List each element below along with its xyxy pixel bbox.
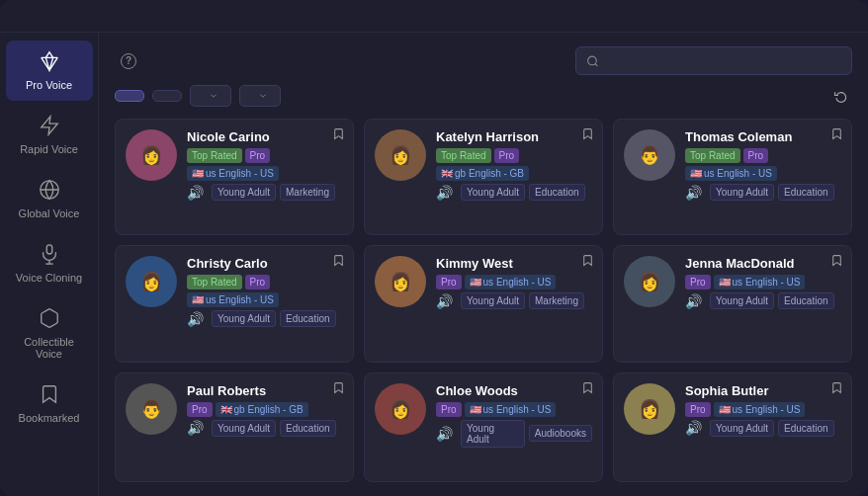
voice-card-header: 👩 Nicole Carino Top RatedPro🇺🇸us English… [126, 129, 343, 201]
top-rated-badge: Top Rated [187, 275, 242, 289]
badges: Pro🇺🇸us English - US [436, 402, 592, 417]
tag-badge: Education [529, 184, 584, 201]
bookmark-button[interactable] [830, 381, 843, 397]
tag-badge: Young Adult [212, 310, 276, 327]
avatar: 👨 [624, 129, 675, 181]
tag-badge: Audiobooks [529, 425, 592, 442]
voice-tags: 🔊 Young AdultEducation [187, 310, 343, 327]
voice-card-header: 👩 Katelyn Harrison Top RatedPro🇬🇧gb Engl… [375, 129, 592, 201]
sidebar-item-pro-voice[interactable]: Pro Voice [6, 41, 93, 101]
voice-card[interactable]: 👩 Katelyn Harrison Top RatedPro🇬🇧gb Engl… [364, 119, 603, 235]
lang-badge: 🇺🇸us English - US [714, 275, 806, 289]
play-icon[interactable]: 🔊 [187, 420, 204, 436]
voice-tags: 🔊 Young AdultEducation [685, 420, 841, 437]
play-icon[interactable]: 🔊 [685, 293, 702, 309]
sidebar-item-label: Global Voice [19, 207, 80, 219]
sidebar-item-global-voice[interactable]: Global Voice [6, 169, 93, 229]
tag-badge: Education [778, 420, 833, 437]
tag-badge: Young Adult [710, 292, 774, 309]
pro-badge: Pro [685, 275, 711, 289]
close-button[interactable] [836, 16, 848, 20]
section-title: ? [115, 53, 136, 69]
lang-badge: 🇺🇸us English - US [685, 166, 777, 181]
voice-info: Chloe Woods Pro🇺🇸us English - US 🔊 Young… [436, 383, 592, 448]
top-rated-badge: Top Rated [187, 148, 242, 163]
voice-card[interactable]: 👩 Kimmy West Pro🇺🇸us English - US 🔊 Youn… [364, 245, 603, 362]
tag-badge: Education [778, 184, 833, 201]
voice-name: Thomas Coleman [685, 129, 841, 144]
voice-card-header: 👩 Christy Carlo Top RatedPro🇺🇸us English… [126, 256, 343, 327]
bookmark-button[interactable] [581, 127, 594, 143]
voice-tags: 🔊 Young AdultEducation [187, 420, 343, 437]
voice-card[interactable]: 👩 Nicole Carino Top RatedPro🇺🇸us English… [115, 119, 354, 235]
play-icon[interactable]: 🔊 [187, 185, 204, 201]
voice-card[interactable]: 👨 Paul Roberts Pro🇬🇧gb English - GB 🔊 Yo… [115, 372, 354, 482]
play-icon[interactable]: 🔊 [436, 426, 453, 442]
sidebar-item-bookmarked[interactable]: Bookmarked [6, 373, 93, 434]
voice-tags: 🔊 Young AdultMarketing [187, 184, 343, 201]
filter-age[interactable] [190, 85, 231, 107]
svg-line-8 [595, 63, 597, 65]
voice-card[interactable]: 👩 Christy Carlo Top RatedPro🇺🇸us English… [115, 245, 354, 362]
tag-badge: Young Adult [212, 184, 276, 201]
sidebar-item-label: Collectible Voice [12, 336, 87, 360]
bookmark-button[interactable] [332, 254, 345, 270]
sidebar-item-collectible-voice[interactable]: Collectible Voice [6, 297, 93, 370]
sidebar-item-voice-cloning[interactable]: Voice Cloning [6, 233, 93, 293]
voice-card[interactable]: 👨 Thomas Coleman Top RatedPro🇺🇸us Englis… [613, 119, 852, 235]
bookmark-button[interactable] [332, 127, 345, 143]
tag-badge: Marketing [529, 292, 584, 309]
chevron-down-icon [258, 91, 268, 101]
pro-badge: Pro [743, 148, 769, 163]
bookmark-button[interactable] [830, 254, 843, 270]
tag-badge: Young Adult [461, 184, 525, 201]
voice-name: Jenna MacDonald [685, 256, 841, 271]
play-icon[interactable]: 🔊 [187, 311, 204, 327]
avatar: 👩 [624, 256, 675, 307]
bookmark-button[interactable] [581, 381, 594, 397]
info-icon[interactable]: ? [121, 53, 136, 69]
voice-name: Sophia Butler [685, 383, 841, 398]
voice-info: Sophia Butler Pro🇺🇸us English - US 🔊 You… [685, 383, 841, 437]
play-icon[interactable]: 🔊 [685, 185, 702, 201]
play-icon[interactable]: 🔊 [436, 185, 453, 201]
avatar: 👩 [126, 256, 177, 307]
bookmark-button[interactable] [581, 254, 594, 270]
badges: Top RatedPro🇺🇸us English - US [685, 148, 841, 181]
pro-badge: Pro [245, 275, 271, 289]
play-icon[interactable]: 🔊 [685, 420, 702, 436]
search-input[interactable] [605, 53, 841, 68]
reset-filter-button[interactable] [834, 90, 852, 103]
filter-female[interactable] [152, 90, 182, 102]
sidebar-item-label: Rapid Voice [20, 143, 78, 155]
voice-tags: 🔊 Young AdultAudiobooks [436, 420, 592, 448]
voice-card-header: 👨 Paul Roberts Pro🇬🇧gb English - GB 🔊 Yo… [126, 383, 343, 437]
sidebar-item-label: Pro Voice [26, 79, 72, 91]
voice-name: Christy Carlo [187, 256, 343, 271]
tag-badge: Young Adult [461, 420, 525, 448]
bookmark-button[interactable] [830, 127, 843, 143]
voice-info: Kimmy West Pro🇺🇸us English - US 🔊 Young … [436, 256, 592, 309]
modal-header [0, 0, 868, 33]
sidebar-item-rapid-voice[interactable]: Rapid Voice [6, 105, 93, 165]
voice-info: Nicole Carino Top RatedPro🇺🇸us English -… [187, 129, 343, 201]
tag-badge: Marketing [280, 184, 335, 201]
lang-badge: 🇬🇧gb English - GB [216, 402, 308, 417]
top-rated-badge: Top Rated [436, 148, 491, 163]
sidebar-item-label: Voice Cloning [16, 272, 82, 284]
filter-male[interactable] [115, 90, 144, 102]
bookmark-button[interactable] [332, 381, 345, 397]
filter-use-case[interactable] [239, 85, 281, 107]
diamond-icon [39, 50, 60, 74]
voice-card[interactable]: 👩 Sophia Butler Pro🇺🇸us English - US 🔊 Y… [613, 372, 852, 482]
modal-body: Pro Voice Rapid Voice Global Voice Voice… [0, 33, 868, 496]
bookmark-icon [39, 383, 60, 407]
voice-card[interactable]: 👩 Chloe Woods Pro🇺🇸us English - US 🔊 You… [364, 372, 603, 482]
avatar: 👩 [375, 256, 426, 307]
voice-name: Nicole Carino [187, 129, 343, 144]
badges: Top RatedPro🇬🇧gb English - GB [436, 148, 592, 181]
voice-name: Katelyn Harrison [436, 129, 592, 144]
play-icon[interactable]: 🔊 [436, 293, 453, 309]
voice-card[interactable]: 👩 Jenna MacDonald Pro🇺🇸us English - US 🔊… [613, 245, 852, 362]
badges: Top RatedPro🇺🇸us English - US [187, 275, 343, 307]
